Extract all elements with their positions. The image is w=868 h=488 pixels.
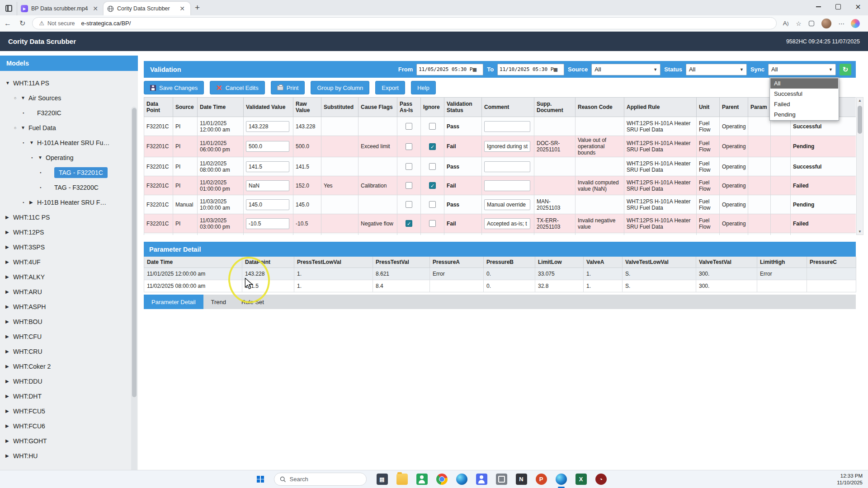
pass-as-is-checkbox[interactable] [406, 143, 412, 150]
chevron-right-icon[interactable]: ▶ [5, 379, 13, 384]
validated-value-input[interactable]: 141.5 [246, 161, 289, 172]
column-header[interactable]: Unit [697, 98, 720, 117]
chevron-right-icon[interactable]: ▶ [5, 304, 13, 309]
chevron-right-icon[interactable]: ▶ [5, 259, 13, 264]
param-column-header[interactable]: PressureC [807, 257, 856, 267]
calendar-icon[interactable]: ▦ [473, 66, 476, 73]
param-column-header[interactable]: PressTestVal [373, 257, 430, 267]
scroll-up-icon[interactable]: ▲ [857, 99, 863, 103]
copilot-icon[interactable] [851, 19, 860, 28]
tab-parameter-detail[interactable]: Parameter Detail [144, 295, 203, 309]
ignore-checkbox[interactable] [429, 163, 436, 170]
pass-as-is-checkbox[interactable]: ✓ [406, 220, 412, 227]
column-header[interactable]: Param [748, 98, 771, 117]
chevron-right-icon[interactable]: ▶ [5, 423, 13, 428]
table-scrollbar[interactable]: ▲ ▼ [856, 97, 863, 235]
tree-item[interactable]: ▶WHT:GOHT [0, 433, 138, 448]
chevron-right-icon[interactable]: ▶ [5, 334, 13, 339]
scrollbar-thumb[interactable] [858, 106, 862, 134]
ignore-checkbox[interactable] [429, 123, 436, 130]
chevron-right-icon[interactable]: ▶ [29, 200, 37, 205]
tree-item[interactable]: ▶WHT:FCU6 [0, 418, 138, 433]
taskbar-icon-powerpoint[interactable]: P [536, 474, 547, 485]
tab-close-icon[interactable]: ✕ [91, 5, 100, 12]
ignore-checkbox[interactable] [429, 220, 436, 227]
settings-menu-icon[interactable]: ⋯ [839, 20, 845, 27]
chevron-right-icon[interactable]: ▶ [5, 349, 13, 354]
chevron-right-icon[interactable]: ▶ [5, 274, 13, 279]
tree-item[interactable]: ○▼Fuel Data [0, 120, 138, 135]
tree-item[interactable]: ▪▶H-101B Heater SRU F… [0, 195, 138, 210]
taskbar-icon-utility[interactable] [496, 474, 507, 485]
comment-input[interactable]: Manual override [484, 199, 530, 210]
comment-input[interactable] [484, 161, 530, 172]
tree-item[interactable]: ▶WHT:CFU [0, 329, 138, 344]
chevron-down-icon[interactable]: ▼ [29, 140, 37, 145]
tab-bp-data-scrubber[interactable]: ▶ BP Data scrubber.mp4 ✕ [17, 2, 104, 15]
chevron-right-icon[interactable]: ▶ [5, 215, 13, 220]
save-changes-button[interactable]: Save Changes [144, 81, 204, 94]
to-date-input[interactable]: 11/10/2025 05:30 PM ▦ [497, 64, 564, 75]
chevron-right-icon[interactable]: ▶ [5, 244, 13, 249]
chevron-down-icon[interactable]: ▼ [21, 125, 28, 130]
validated-value-input[interactable]: 143.228 [246, 121, 289, 132]
column-header[interactable]: Reason Code [576, 98, 624, 117]
comment-input[interactable] [484, 121, 530, 132]
tree-item[interactable]: ▶WHT:11C PS [0, 210, 138, 225]
tree-item[interactable]: ▶WHT:3SPS [0, 239, 138, 254]
tab-actions-icon[interactable] [5, 5, 12, 12]
minimize-button[interactable] [808, 0, 828, 14]
pass-as-is-checkbox[interactable] [406, 182, 412, 189]
tree-item[interactable]: ▶WHT:ALKY [0, 269, 138, 284]
system-tray-clock[interactable]: 12:33 PM 11/10/2025 [837, 473, 863, 486]
chevron-right-icon[interactable]: ▶ [5, 319, 13, 324]
extensions-icon[interactable] [809, 21, 814, 26]
tree-item[interactable]: ▪TAG - F32201C [0, 165, 138, 180]
scroll-down-icon[interactable]: ▼ [857, 230, 863, 234]
tree-item[interactable]: ▪▼H-101A Heater SRU Fu… [0, 135, 138, 150]
tree-item[interactable]: ▶WHT:ARU [0, 284, 138, 299]
taskbar-icon-edge[interactable] [456, 474, 467, 485]
validated-value-input[interactable]: NaN [246, 180, 289, 191]
chevron-down-icon[interactable]: ▼ [38, 155, 46, 160]
from-date-input[interactable]: 11/05/2025 05:30 PM ▦ [416, 64, 483, 75]
tree-item[interactable]: ▶WHT:FCU5 [0, 404, 138, 418]
pass-as-is-checkbox[interactable] [406, 163, 412, 170]
validated-value-input[interactable]: -10.5 [246, 218, 289, 229]
param-column-header[interactable]: PressureA [430, 257, 484, 267]
cancel-edits-button[interactable]: ✕Cancel Edits [210, 81, 264, 94]
column-header[interactable]: Ignore [421, 98, 444, 117]
column-header[interactable]: Cause Flags [359, 98, 397, 117]
param-column-header[interactable]: Date Time [144, 257, 242, 267]
chevron-right-icon[interactable]: ▶ [5, 438, 13, 443]
url-field[interactable]: ⚠ Not secure e-strategica.ca/BP/ [32, 17, 776, 29]
param-column-header[interactable]: PressTestLowVal [294, 257, 373, 267]
validated-value-input[interactable]: 145.0 [246, 199, 289, 210]
taskbar-icon-onenote[interactable]: N [516, 474, 527, 485]
tree-item[interactable]: ○▼Air Sources [0, 90, 138, 105]
sync-option-failed[interactable]: Failed [770, 99, 838, 109]
validated-value-input[interactable]: 500.0 [246, 141, 289, 152]
tab-close-icon[interactable]: ✕ [178, 5, 187, 12]
chevron-right-icon[interactable]: ▶ [5, 289, 13, 294]
param-column-header[interactable]: ValveTestVal [696, 257, 757, 267]
taskbar-icon-teams[interactable] [476, 474, 487, 485]
status-select[interactable]: All ▼ [686, 64, 747, 75]
calendar-icon[interactable]: ▦ [554, 66, 557, 73]
back-icon[interactable]: ← [4, 19, 11, 28]
comment-input[interactable]: Ignored during st [484, 141, 530, 152]
column-header[interactable]: Raw Value [293, 98, 321, 117]
close-button[interactable]: ✕ [848, 0, 868, 14]
source-select[interactable]: All ▼ [591, 64, 660, 75]
tree-item[interactable]: ▪TAG - F32200C [0, 180, 138, 195]
chevron-right-icon[interactable]: ▶ [5, 394, 13, 399]
param-column-header[interactable]: ValveA [584, 257, 623, 267]
tab-cority-data-scrubber[interactable]: Cority Data Scrubber ✕ [104, 2, 190, 15]
chevron-right-icon[interactable]: ▶ [5, 453, 13, 458]
taskbar-icon-folder[interactable] [396, 474, 408, 485]
chevron-down-icon[interactable]: ▼ [5, 80, 13, 85]
help-button[interactable]: Help [411, 81, 436, 94]
column-header[interactable]: Date Time [198, 98, 244, 117]
taskbar-icon-edge-active[interactable] [556, 474, 567, 485]
sync-refresh-button[interactable]: ↻ [840, 64, 851, 75]
